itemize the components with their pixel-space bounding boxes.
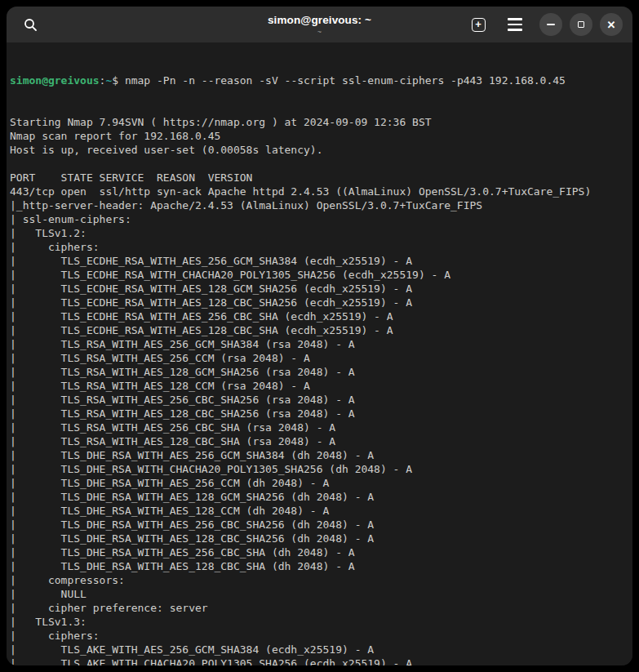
terminal-line: | TLS_AKE_WITH_CHACHA20_POLY1305_SHA256 … [10, 656, 632, 665]
terminal-line: | TLS_DHE_RSA_WITH_AES_128_CCM (dh 2048)… [10, 504, 632, 518]
minimize-icon [547, 24, 555, 25]
maximize-icon [578, 21, 584, 28]
terminal-content[interactable]: simon@greivous:~$ nmap -Pn -n --reason -… [7, 42, 632, 665]
new-tab-button[interactable]: + [466, 12, 490, 37]
terminal-line: | TLS_ECDHE_RSA_WITH_AES_256_CBC_SHA (ec… [10, 309, 632, 323]
menu-button[interactable] [503, 12, 527, 37]
terminal-line: | TLS_RSA_WITH_AES_256_CCM (rsa 2048) - … [10, 351, 632, 365]
new-tab-icon: + [472, 18, 486, 32]
search-icon [24, 18, 38, 32]
terminal-line: | TLSv1.2: [10, 226, 632, 240]
terminal-line: 443/tcp open ssl/http syn-ack Apache htt… [10, 185, 632, 198]
terminal-line: | TLS_DHE_RSA_WITH_AES_256_CBC_SHA (dh 2… [10, 545, 632, 559]
terminal-line: | TLS_DHE_RSA_WITH_CHACHA20_POLY1305_SHA… [10, 462, 632, 476]
terminal-output: Starting Nmap 7.94SVN ( https://nmap.org… [10, 115, 632, 665]
terminal-line: | TLS_ECDHE_RSA_WITH_CHACHA20_POLY1305_S… [10, 268, 632, 282]
terminal-line: |_http-server-header: Apache/2.4.53 (Alm… [10, 198, 632, 212]
menu-icon [508, 18, 522, 30]
terminal-line: | TLS_RSA_WITH_AES_128_GCM_SHA256 (rsa 2… [10, 365, 632, 379]
terminal-line: | compressors: [10, 573, 632, 587]
close-button[interactable]: ✕ [600, 13, 623, 36]
terminal-line: | TLS_RSA_WITH_AES_256_CBC_SHA (rsa 2048… [10, 421, 632, 434]
terminal-line: | TLS_DHE_RSA_WITH_AES_128_CBC_SHA256 (d… [10, 532, 632, 545]
terminal-line: | TLS_RSA_WITH_AES_256_CBC_SHA256 (rsa 2… [10, 393, 632, 407]
prompt-line: simon@greivous:~$ nmap -Pn -n --reason -… [10, 73, 632, 87]
prompt-suffix: $ [112, 74, 125, 87]
terminal-line: | ciphers: [10, 240, 632, 254]
terminal-line: | TLS_DHE_RSA_WITH_AES_256_GCM_SHA384 (d… [10, 448, 632, 462]
window-subtitle: ~ [317, 28, 322, 36]
prompt-user-host: simon@greivous [10, 74, 100, 87]
maximize-button[interactable] [570, 13, 592, 36]
terminal-line: | TLSv1.3: [10, 615, 632, 629]
terminal-line: | TLS_DHE_RSA_WITH_AES_256_CCM (dh 2048)… [10, 476, 632, 490]
terminal-line: | cipher preference: server [10, 601, 632, 615]
terminal-line: | TLS_DHE_RSA_WITH_AES_256_CBC_SHA256 (d… [10, 518, 632, 532]
terminal-line: | ciphers: [10, 629, 632, 643]
terminal-line: Nmap scan report for 192.168.0.45 [10, 129, 632, 143]
terminal-line: | TLS_ECDHE_RSA_WITH_AES_128_CBC_SHA (ec… [10, 323, 632, 337]
terminal-line: | TLS_DHE_RSA_WITH_AES_128_GCM_SHA256 (d… [10, 490, 632, 504]
terminal-line: | TLS_RSA_WITH_AES_128_CCM (rsa 2048) - … [10, 379, 632, 393]
terminal-line [10, 157, 632, 171]
terminal-line: Host is up, received user-set (0.00058s … [10, 143, 632, 157]
search-button[interactable] [18, 12, 42, 37]
terminal-line: PORT STATE SERVICE REASON VERSION [10, 171, 632, 185]
titlebar[interactable]: simon@greivous: ~ ~ + ✕ [7, 7, 632, 42]
terminal-line: | TLS_DHE_RSA_WITH_AES_128_CBC_SHA (dh 2… [10, 559, 632, 573]
command-text: nmap -Pn -n --reason -sV --script ssl-en… [125, 74, 566, 87]
terminal-line: | NULL [10, 587, 632, 601]
terminal-line: Starting Nmap 7.94SVN ( https://nmap.org… [10, 115, 632, 129]
close-icon: ✕ [607, 20, 616, 30]
terminal-line: | TLS_ECDHE_RSA_WITH_AES_128_GCM_SHA256 … [10, 282, 632, 296]
terminal-line: | TLS_RSA_WITH_AES_128_CBC_SHA (rsa 2048… [10, 434, 632, 448]
terminal-line: | ssl-enum-ciphers: [10, 212, 632, 226]
terminal-line: | TLS_ECDHE_RSA_WITH_AES_256_GCM_SHA384 … [10, 254, 632, 268]
terminal-line: | TLS_AKE_WITH_AES_256_GCM_SHA384 (ecdh_… [10, 643, 632, 656]
terminal-line: | TLS_RSA_WITH_AES_256_GCM_SHA384 (rsa 2… [10, 337, 632, 351]
window-title: simon@greivous: ~ [268, 14, 371, 26]
terminal-window: simon@greivous: ~ ~ + ✕ simon@greivous:~… [7, 7, 632, 665]
terminal-line: | TLS_RSA_WITH_AES_128_CBC_SHA256 (rsa 2… [10, 407, 632, 421]
minimize-button[interactable] [539, 13, 562, 36]
terminal-line: | TLS_ECDHE_RSA_WITH_AES_128_CBC_SHA256 … [10, 296, 632, 309]
